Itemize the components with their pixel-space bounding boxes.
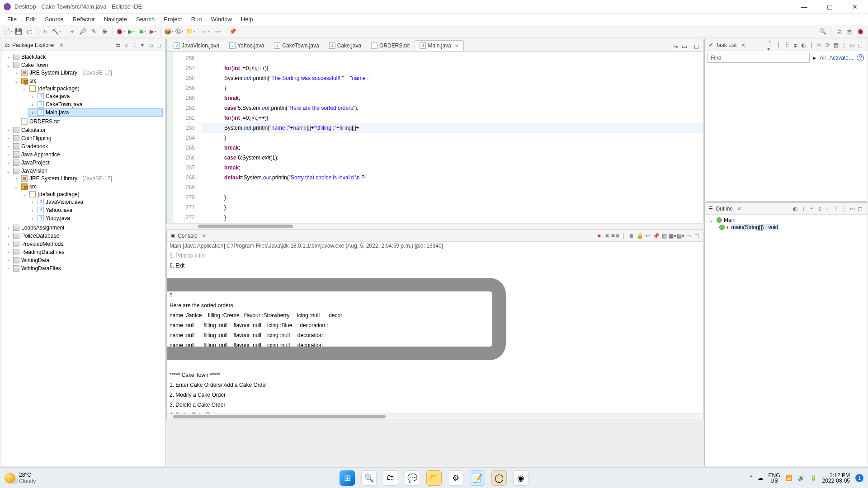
- tab-javavision[interactable]: JavaVision.java: [169, 40, 224, 51]
- tab-orders[interactable]: ORDERS.txt: [366, 40, 415, 51]
- view-menu-icon[interactable]: ▾: [139, 42, 146, 49]
- sort-icon[interactable]: ↕: [800, 205, 807, 212]
- editor-code-area[interactable]: for(int j=0;j<i;j++){ System.out.println…: [198, 52, 703, 223]
- nav-fwd-button[interactable]: ⇒: [212, 27, 222, 37]
- quick-access-search[interactable]: 🔍: [818, 27, 828, 37]
- console-close[interactable]: ✕: [200, 233, 208, 239]
- menu-window[interactable]: Window: [207, 14, 236, 24]
- taskbar-weather[interactable]: 28°CCloudy: [5, 472, 36, 484]
- default-package-jv[interactable]: (default package): [38, 191, 80, 197]
- perspective-debug[interactable]: 🐞: [855, 27, 865, 37]
- collapse-icon[interactable]: ⇱: [816, 42, 823, 49]
- nav-back-button[interactable]: ⇐: [201, 27, 211, 37]
- project-javaapprentice[interactable]: Java Apprentice: [21, 151, 60, 158]
- project-gradebook[interactable]: Gradebook: [21, 143, 48, 150]
- link-editor-icon[interactable]: ⎘: [123, 42, 130, 49]
- task-find-dropdown[interactable]: ▸: [813, 55, 816, 61]
- tray-onedrive-icon[interactable]: ☁: [758, 475, 763, 481]
- save-button[interactable]: 💾: [14, 27, 24, 37]
- sync-icon[interactable]: ⟳: [824, 42, 831, 49]
- pin-console-icon[interactable]: 📌: [652, 232, 660, 239]
- package-explorer-tree[interactable]: ›BlackJack ⌄Cake Town ›JRE System Librar…: [1, 51, 165, 466]
- tray-volume-icon[interactable]: 🔊: [798, 475, 805, 481]
- remove-all-icon[interactable]: ✖✖: [612, 232, 619, 239]
- package-explorer-close[interactable]: ✕: [58, 42, 65, 48]
- clear-console-icon[interactable]: 🗑: [628, 232, 635, 239]
- terminate-icon[interactable]: ■: [595, 232, 603, 239]
- focus-icon[interactable]: ◐: [800, 42, 807, 49]
- focus-on-active-icon[interactable]: ◐: [792, 205, 799, 212]
- menu-run[interactable]: Run: [187, 14, 207, 24]
- tray-chevron-icon[interactable]: ˄: [750, 475, 752, 481]
- tab-cake[interactable]: Cake.java: [324, 40, 366, 51]
- project-javaproject[interactable]: JavaProject: [21, 160, 50, 166]
- menu-search[interactable]: Search: [132, 14, 159, 24]
- src-folder-jv[interactable]: src: [29, 183, 37, 190]
- tray-battery-icon[interactable]: 🔋: [810, 475, 817, 481]
- src-folder[interactable]: src: [29, 78, 37, 84]
- file-yahoo-java[interactable]: Yahoo.java: [46, 207, 72, 213]
- menu-file[interactable]: File: [3, 14, 21, 24]
- file-caketown-java[interactable]: CakeTown.java: [46, 101, 82, 108]
- max-icon[interactable]: ◻: [155, 42, 162, 49]
- menu-project[interactable]: Project: [159, 14, 186, 24]
- pin-button[interactable]: 📌: [228, 27, 238, 37]
- tab-caketown[interactable]: CakeTown.java: [269, 40, 324, 51]
- coverage-button[interactable]: ▣: [137, 27, 147, 37]
- build-button[interactable]: 🔨: [51, 27, 61, 37]
- hide-icon[interactable]: ⋮: [840, 42, 848, 49]
- app-chrome[interactable]: ◉: [513, 470, 528, 486]
- task-filter-all[interactable]: All: [820, 55, 826, 61]
- task-activate-link[interactable]: Activate...: [829, 55, 853, 61]
- outline-menu-icon[interactable]: ⋮: [840, 205, 848, 212]
- project-writingdata[interactable]: WritingData: [21, 257, 49, 263]
- hide-local-icon[interactable]: l: [832, 205, 840, 212]
- project-provided[interactable]: ProvidedMethods: [21, 241, 63, 247]
- undo-button[interactable]: ⎌: [40, 27, 50, 37]
- editor-min-icon[interactable]: ▭: [679, 41, 689, 51]
- tl-min-icon[interactable]: ▭: [849, 42, 856, 49]
- jre-lib-caketown[interactable]: JRE System Library: [29, 70, 77, 76]
- hide-static-icon[interactable]: s: [816, 205, 823, 212]
- project-police[interactable]: PoliceDatabase: [21, 233, 59, 239]
- open-type-button[interactable]: ⌖: [67, 27, 77, 37]
- help-icon[interactable]: ?: [857, 54, 864, 61]
- tray-notifications-badge[interactable]: 1: [855, 474, 863, 482]
- toggle-mark-button[interactable]: ✎: [89, 27, 99, 37]
- filter-icon[interactable]: ⁝: [131, 42, 138, 49]
- ol-max-icon[interactable]: ◻: [857, 205, 864, 212]
- new-task-icon[interactable]: ＋▾: [767, 42, 774, 49]
- presentation-icon[interactable]: ▤: [832, 42, 840, 49]
- task-view-button[interactable]: 🗂: [383, 470, 398, 486]
- jre-lib-javavision[interactable]: JRE System Library: [29, 175, 77, 182]
- console-h-scrollbar[interactable]: [167, 413, 703, 419]
- display-selected-icon[interactable]: ▥: [660, 232, 668, 239]
- project-loops[interactable]: LoopsAssignment: [21, 225, 64, 231]
- search-tb-button[interactable]: 🔎: [78, 27, 88, 37]
- taskbar-search[interactable]: 🔍: [361, 470, 377, 486]
- scroll-lock-icon[interactable]: 🔒: [636, 232, 643, 239]
- tray-wifi-icon[interactable]: 📶: [786, 475, 793, 481]
- minimize-button[interactable]: —: [795, 0, 814, 13]
- tab-main[interactable]: Main.java✕: [415, 40, 463, 51]
- file-main-java[interactable]: Main.java: [46, 109, 69, 116]
- console-min-icon[interactable]: ▭: [685, 232, 692, 239]
- tab-yahoo[interactable]: Yahoo.java: [224, 40, 269, 51]
- print-button[interactable]: 🖶: [99, 27, 109, 37]
- project-calculator[interactable]: Calculator: [21, 127, 46, 133]
- project-readingdata[interactable]: ReadingDataFiles: [21, 249, 64, 255]
- hide-fields-icon[interactable]: •: [808, 205, 815, 212]
- file-cake-java[interactable]: Cake.java: [46, 93, 70, 99]
- outline-class-main[interactable]: Main: [724, 217, 736, 223]
- editor-h-scrollbar[interactable]: [166, 223, 703, 229]
- menu-refactor[interactable]: Refactor: [68, 14, 99, 24]
- hide-nonpublic-icon[interactable]: ○: [824, 205, 831, 212]
- wrap-icon[interactable]: ↩: [644, 232, 651, 239]
- new-button[interactable]: 📄: [3, 27, 13, 37]
- console-output[interactable]: 5. Print to a file 6. Exit Choose an opt…: [167, 250, 703, 413]
- menu-source[interactable]: Source: [40, 14, 68, 24]
- ol-min-icon[interactable]: ▭: [849, 205, 856, 212]
- default-package[interactable]: (default package): [38, 85, 80, 92]
- task-find-input[interactable]: [708, 53, 810, 63]
- tray-language[interactable]: ENGUS: [769, 473, 780, 483]
